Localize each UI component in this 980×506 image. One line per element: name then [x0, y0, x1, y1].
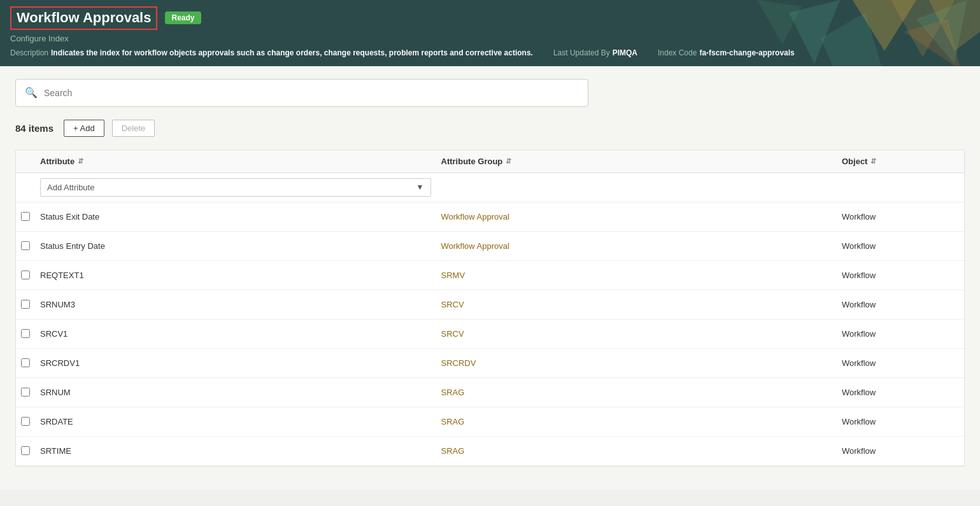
table-row: SRNUM3 SRCV Workflow [16, 290, 964, 320]
row-checkbox[interactable] [21, 329, 30, 338]
th-attribute-group: Attribute Group ⇵ [436, 157, 837, 166]
row-checkbox-cell [16, 417, 35, 426]
header-top: Workflow Approvals Ready [10, 6, 970, 30]
th-attribute: Attribute ⇵ [35, 157, 436, 166]
search-container: 🔍 [15, 79, 588, 107]
row-checkbox-cell [16, 329, 35, 338]
cell-attribute: SRCRDV1 [35, 351, 436, 376]
row-checkbox-cell [16, 300, 35, 309]
table-row: Status Entry Date Workflow Approval Work… [16, 232, 964, 261]
description-label: Description [10, 48, 48, 57]
th-object: Object ⇵ [837, 157, 964, 166]
table-row: Status Exit Date Workflow Approval Workf… [16, 202, 964, 232]
description-value: Indicates the index for workflow objects… [51, 48, 533, 57]
toolbar: 84 items + Add Delete [15, 120, 965, 137]
table-row: SRCV1 SRCV Workflow [16, 320, 964, 349]
cell-object: Workflow [837, 234, 964, 258]
th-checkbox [16, 157, 35, 166]
delete-button[interactable]: Delete [112, 120, 155, 137]
cell-object: Workflow [837, 409, 964, 434]
object-sort-icon[interactable]: ⇵ [870, 157, 876, 165]
cell-object: Workflow [837, 292, 964, 317]
cell-object: Workflow [837, 321, 964, 346]
table-row: SRNUM SRAG Workflow [16, 378, 964, 407]
row-checkbox[interactable] [21, 300, 30, 309]
table-row: SRDATE SRAG Workflow [16, 407, 964, 437]
attribute-group-sort-icon[interactable]: ⇵ [506, 157, 511, 165]
cell-object: Workflow [837, 204, 964, 229]
cell-object: Workflow [837, 380, 964, 405]
cell-attribute: SRNUM3 [35, 292, 436, 317]
cell-attribute-group: SRAG [436, 409, 837, 434]
cell-attribute: Status Entry Date [35, 234, 436, 258]
row-checkbox[interactable] [21, 446, 30, 455]
row-checkbox-cell [16, 446, 35, 455]
cell-object: Workflow [837, 351, 964, 376]
cell-attribute: SRNUM [35, 380, 436, 405]
cell-object: Workflow [837, 439, 964, 463]
row-checkbox[interactable] [21, 358, 30, 367]
index-code-value: fa-fscm-change-approvals [699, 48, 794, 57]
table-row: SRTIME SRAG Workflow [16, 437, 964, 466]
add-attr-object-cell [837, 178, 964, 197]
row-checkbox[interactable] [21, 241, 30, 250]
add-attribute-dropdown[interactable]: Add Attribute ▼ [40, 178, 431, 197]
cell-attribute-group: SRCV [436, 321, 837, 346]
cell-attribute-group: Workflow Approval [436, 204, 837, 229]
status-badge: Ready [165, 11, 201, 24]
cell-attribute-group: SRAG [436, 380, 837, 405]
cell-attribute-group: SRMV [436, 263, 837, 288]
row-checkbox[interactable] [21, 417, 30, 426]
row-checkbox-cell [16, 212, 35, 221]
add-attr-group-cell [436, 178, 837, 197]
row-checkbox-cell [16, 241, 35, 250]
cell-attribute: REQTEXT1 [35, 263, 436, 288]
cell-attribute: SRTIME [35, 439, 436, 463]
row-checkbox[interactable] [21, 271, 30, 279]
table-row: REQTEXT1 SRMV Workflow [16, 261, 964, 290]
add-attr-checkbox-cell [16, 178, 35, 197]
main-content: 🔍 84 items + Add Delete Attribute ⇵ Attr… [0, 66, 980, 489]
configure-index-label: Configure Index [10, 34, 970, 43]
add-button[interactable]: + Add [64, 120, 104, 137]
items-count: 84 items [15, 123, 53, 134]
table-row: SRCRDV1 SRCRDV Workflow [16, 349, 964, 378]
data-table: Attribute ⇵ Attribute Group ⇵ Object ⇵ A… [15, 150, 965, 467]
cell-attribute-group: SRCRDV [436, 351, 837, 376]
app-header: Workflow Approvals Ready Configure Index… [0, 0, 980, 66]
add-attribute-row: Add Attribute ▼ [16, 173, 964, 202]
row-checkbox[interactable] [21, 388, 30, 397]
row-checkbox[interactable] [21, 212, 30, 221]
header-description: Description Indicates the index for work… [10, 48, 970, 57]
chevron-down-icon: ▼ [416, 183, 424, 192]
index-code-label: Index Code [658, 48, 697, 57]
last-updated-value: PIMQA [613, 48, 637, 57]
cell-attribute: SRDATE [35, 409, 436, 434]
cell-object: Workflow [837, 263, 964, 288]
search-input[interactable] [44, 88, 579, 98]
cell-attribute-group: Workflow Approval [436, 234, 837, 258]
search-icon: 🔍 [25, 87, 38, 99]
cell-attribute-group: SRCV [436, 292, 837, 317]
last-updated-label: Last Updated By [553, 48, 610, 57]
cell-attribute-group: SRAG [436, 439, 837, 463]
row-checkbox-cell [16, 358, 35, 367]
cell-attribute: Status Exit Date [35, 204, 436, 229]
attribute-sort-icon[interactable]: ⇵ [78, 157, 83, 165]
page-title: Workflow Approvals [10, 6, 157, 30]
table-body: Status Exit Date Workflow Approval Workf… [16, 202, 964, 466]
add-attribute-label: Add Attribute [47, 183, 94, 192]
row-checkbox-cell [16, 271, 35, 279]
table-header: Attribute ⇵ Attribute Group ⇵ Object ⇵ [16, 150, 964, 173]
row-checkbox-cell [16, 388, 35, 397]
cell-attribute: SRCV1 [35, 321, 436, 346]
